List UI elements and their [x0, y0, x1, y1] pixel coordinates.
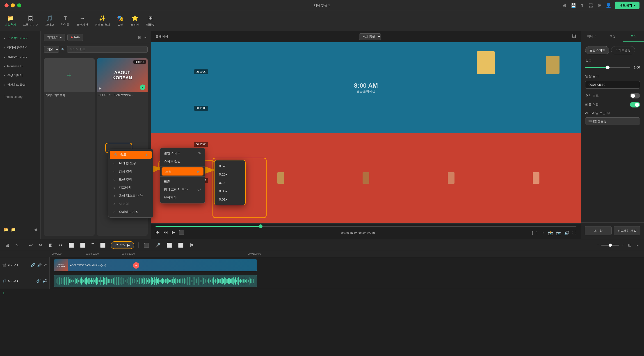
tl-subtitle-btn[interactable]: ⬜ — [166, 242, 173, 249]
folder-icon[interactable]: 📁 — [11, 227, 16, 232]
cut-button[interactable]: ✂ — [133, 262, 139, 268]
ctx-motion-track-item[interactable]: ○ 모션 추적 — [108, 176, 153, 184]
preview-progress-bar[interactable] — [156, 226, 576, 227]
ctx-ai-map-item[interactable]: ○ AI 매핑 도구 — [108, 159, 153, 168]
sidebar-item-media-share[interactable]: ▶ 미디어 공유하기 — [0, 43, 40, 52]
sidebar-item-influence-kit[interactable]: ▶ Influence Kit — [0, 62, 40, 70]
camera-icon[interactable]: 📷 — [556, 230, 561, 236]
tl-speed-pill[interactable]: ⏱ 속도 ▶ — [111, 241, 134, 249]
preview-quality-select[interactable]: 전체 품질 — [359, 33, 381, 40]
tl-audio-btn[interactable]: ⬛ — [143, 242, 150, 249]
fullscreen-icon[interactable]: ⛶ — [572, 230, 576, 236]
tl-pip-btn[interactable]: ⬜ — [177, 242, 184, 249]
toolbar-sticker[interactable]: ⭐ 스티커 — [130, 15, 139, 27]
minimize-button[interactable] — [11, 4, 15, 8]
export-button[interactable]: 내보내기 ▾ — [615, 2, 640, 9]
tl-select-tool[interactable]: ↖ — [14, 242, 20, 249]
toolbar-template[interactable]: ⊞ 템플릿 — [146, 15, 155, 27]
collapse-icon[interactable]: ◀ — [34, 227, 37, 232]
speed-submenu[interactable]: 일반 스피드 ^R 스피드 램핑 느림 ▶ 표준 정지 프레임 추가 ⌥F 앞뒤… — [160, 148, 205, 204]
headphone-icon[interactable]: 🎧 — [588, 3, 594, 8]
tl-zoom-out[interactable]: − — [597, 243, 599, 248]
tl-transform-btn[interactable]: ⬜ — [79, 242, 86, 249]
bracket-start-icon[interactable]: { — [532, 230, 533, 236]
tab-speed[interactable]: 속도 — [623, 31, 644, 42]
speed-slider[interactable] — [585, 67, 630, 68]
tl-more-btn[interactable]: ⬜ — [99, 242, 106, 249]
toolbar-stock-media[interactable]: 🖼 스톡 미디어 — [23, 15, 38, 27]
play-button[interactable]: ▶ — [172, 229, 175, 235]
toolbar-transition[interactable]: ↔ 트랜지션 — [76, 15, 88, 27]
toolbar-title[interactable]: T 타이틀 — [61, 15, 70, 26]
ctx-ai-voice-item[interactable]: ○ 음성 텍스트 변환 — [108, 192, 153, 200]
sidebar-item-project-media[interactable]: ▶ 프로젝트 미디어 — [0, 33, 40, 43]
media-more-button[interactable]: ⋯ — [144, 35, 148, 40]
close-button[interactable] — [4, 4, 8, 8]
tl-cut-btn[interactable]: ✂ — [58, 242, 64, 249]
grid-icon[interactable]: ⊞ — [598, 3, 602, 8]
screenshot-icon[interactable]: 📸 — [548, 230, 553, 236]
reverse-item[interactable]: 앞뒤전환 — [160, 194, 205, 202]
tl-redo-btn[interactable]: ↪ — [38, 242, 44, 249]
speed-tab-ramp[interactable]: 스피드 램핑 — [611, 46, 635, 54]
reverse-toggle[interactable] — [630, 93, 640, 98]
tl-group-tool[interactable]: ⊞ — [4, 242, 10, 249]
media-import-button[interactable]: 가져오기 ▾ — [44, 34, 65, 41]
tl-zoom-slider[interactable] — [601, 245, 619, 246]
media-filter-button[interactable]: ⊟ — [138, 35, 141, 40]
media-search-input[interactable] — [67, 46, 148, 53]
slow-0-05x[interactable]: 0.05x — [214, 187, 245, 195]
standard-item[interactable]: 표준 — [160, 178, 205, 186]
tl-undo-btn[interactable]: ↩ — [28, 242, 34, 249]
avatar-icon[interactable]: 👤 — [606, 3, 611, 8]
ai-select[interactable]: 프레임 샘플링 — [585, 118, 640, 125]
toolbar-audio[interactable]: 🎵 오디오 — [45, 15, 54, 27]
speed-tab-normal[interactable]: 일반 스피드 — [585, 46, 609, 54]
preview-image-icon[interactable]: 🖼 — [572, 34, 576, 39]
ai-info-icon[interactable]: ⓘ — [607, 111, 610, 115]
slow-0-1x[interactable]: 0.1x — [214, 178, 245, 187]
slow-item[interactable]: 느림 ▶ — [162, 168, 204, 176]
tl-voice-btn[interactable]: 🎤 — [154, 242, 162, 249]
slow-0-01x[interactable]: 0.01x — [214, 195, 245, 204]
step-back-button[interactable]: ⏭ — [164, 230, 168, 235]
reset-button[interactable]: 초기화 — [585, 226, 612, 235]
maximize-button[interactable] — [17, 4, 21, 8]
speed-context-menu[interactable]: ⏱ 속도 ▶ ○ AI 매핑 도구 ○ 영상 길이 ○ 모션 추적 ○ 키프레임… — [108, 149, 153, 218]
in-out-icon[interactable]: ↔ — [541, 230, 545, 236]
sidebar-item-cloud-media[interactable]: ▶ 클라우드 미디어 — [0, 52, 40, 62]
save-icon[interactable]: 💾 — [570, 3, 576, 8]
keyframe-panel-button[interactable]: 키프레임 패널 — [614, 226, 640, 235]
tl-zoom-in[interactable]: + — [622, 243, 624, 248]
audio-clip[interactable] — [54, 275, 257, 287]
tl-more-options[interactable]: ⋯ — [636, 243, 640, 248]
tl-marker-btn[interactable]: ⚑ — [188, 242, 194, 249]
sidebar-item-adjust-layer[interactable]: ▶ 조정 레이어 — [0, 70, 40, 80]
video-track-volume[interactable]: 🔊 — [37, 263, 42, 267]
upload-icon[interactable]: ⬆ — [580, 3, 584, 8]
audio-track-volume[interactable]: 🔊 — [42, 279, 47, 283]
tab-color[interactable]: 색상 — [602, 31, 623, 42]
toolbar-file-add[interactable]: 📁 파일추가 — [4, 15, 16, 27]
sidebar-photos-library[interactable]: Photos Library — [0, 92, 40, 101]
add-track-button[interactable]: + — [2, 290, 5, 296]
video-track-link[interactable]: 🔗 — [31, 263, 36, 267]
slow-0-5x[interactable]: 0.5x — [214, 162, 245, 170]
freeze-frame-item[interactable]: 정지 프레임 추가 ⌥F — [160, 186, 205, 194]
ctx-keyframe-item[interactable]: ○ 키프레임 — [108, 184, 153, 192]
folder-add-icon[interactable]: 📂 — [4, 227, 8, 232]
tl-crop-btn[interactable]: ⬜ — [68, 242, 75, 249]
volume-icon[interactable]: 🔊 — [564, 230, 569, 236]
media-record-button[interactable]: 녹화 — [67, 34, 83, 41]
tab-video[interactable]: 비디오 — [581, 31, 602, 42]
slow-speed-submenu[interactable]: 0.5x 0.25x 0.1x 0.05x 0.01x — [214, 160, 246, 205]
toolbar-effect[interactable]: ✨ 이펙트 효과 — [95, 15, 110, 27]
ctx-slide-edit-item[interactable]: ○ 슬라이드 편집 — [108, 208, 153, 216]
audio-track-link[interactable]: 🔗 — [36, 279, 41, 283]
video-track-eye[interactable]: 👁 — [44, 263, 47, 267]
toolbar-filter[interactable]: 🎭 필터 — [117, 15, 124, 27]
tl-text-btn[interactable]: T — [90, 242, 95, 248]
media-view-select[interactable]: 기본 — [44, 46, 59, 53]
stop-button[interactable]: ⬛ — [179, 229, 184, 235]
tl-delete-btn[interactable]: 🗑 — [48, 242, 54, 248]
